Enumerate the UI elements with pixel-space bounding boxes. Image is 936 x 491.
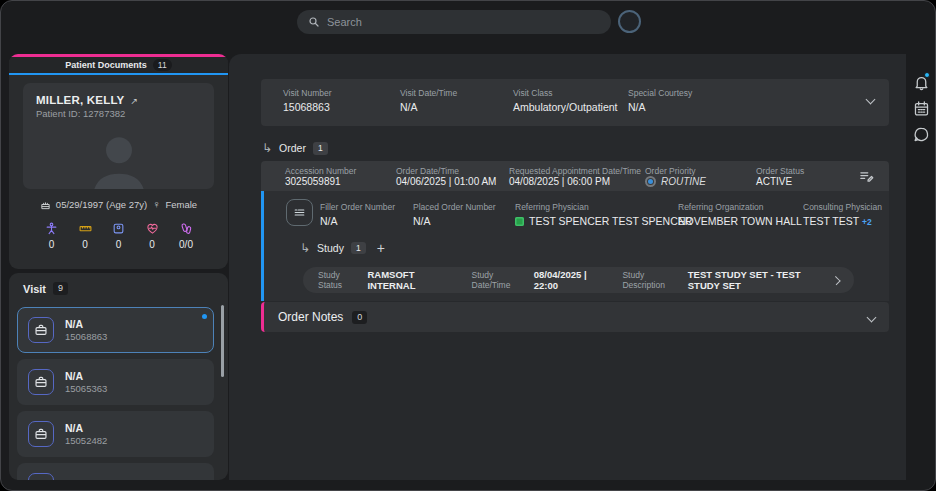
study-datetime-label: Study Date/Time (472, 270, 526, 290)
study-row[interactable]: Study Status RAMSOFT INTERNAL Study Date… (303, 267, 854, 293)
visit-list-item[interactable]: N/A (17, 463, 214, 480)
tab-label: Patient Documents (65, 60, 147, 70)
visit-item-number: 15065363 (65, 383, 107, 394)
field-value: Ambulatory/Outpatient (513, 101, 617, 113)
counter-weight[interactable]: 0 (112, 222, 125, 250)
patient-documents-count-badge: 11 (153, 59, 172, 72)
order-section-label: Order (279, 142, 306, 154)
calendar-icon[interactable] (913, 100, 930, 117)
gender-icon: ♀ (152, 198, 160, 210)
field-value: TEST TEST +2 (803, 215, 882, 227)
visit-list-item[interactable]: N/A 15052482 (17, 411, 214, 457)
order-notes-label: Order Notes (278, 310, 343, 324)
visit-list-scrollbar[interactable] (221, 305, 224, 377)
priority-dot-icon (645, 176, 656, 187)
app-window: Patient Documents 11 MILLER, KELLY ↗ Pat… (0, 0, 936, 491)
patient-gender: Female (165, 199, 197, 210)
priority-value: ROUTINE (661, 176, 706, 187)
order-document-icon[interactable] (286, 199, 313, 226)
search-bar[interactable] (297, 10, 611, 34)
corner-down-right-icon: ↳ (262, 142, 272, 154)
visit-list-panel: Visit 9 N/A 15068863 N/A 15065363 (9, 273, 228, 480)
field-value: N/A (628, 101, 692, 113)
visit-list-item[interactable]: N/A 15065363 (17, 359, 214, 405)
field-placed-order-number: Placed Order Number N/A (413, 202, 496, 227)
counter-value: 0 (116, 239, 122, 250)
visit-item-title: N/A (65, 422, 107, 434)
field-visit-datetime: Visit Date/Time N/A (400, 88, 457, 113)
patient-name: MILLER, KELLY (36, 94, 124, 106)
main-panel: Visit Number 15068863 Visit Date/Time N/… (229, 54, 906, 480)
study-datetime-value: 08/04/2025 | 22:00 (534, 269, 603, 291)
field-value: N/A (413, 215, 496, 227)
field-label: Special Courtesy (628, 88, 692, 98)
order-header-row[interactable]: Accession Number 3025059891 Order Date/T… (261, 161, 889, 191)
allergy-icon (180, 222, 193, 235)
field-consulting-physician: Consulting Physician TEST TEST +2 (803, 202, 882, 227)
open-patient-icon[interactable]: ↗ (130, 96, 138, 106)
counter-value: 0 (149, 239, 155, 250)
visit-item-title: N/A (65, 318, 107, 330)
briefcase-icon (28, 473, 54, 480)
notification-dot (924, 72, 930, 78)
birthday-cake-icon (40, 199, 51, 210)
field-label: Referring Organization (678, 202, 802, 212)
field-label: Requested Appointment Date/Time (509, 166, 641, 176)
order-notes-card[interactable]: Order Notes 0 (261, 302, 889, 332)
field-special-courtesy: Special Courtesy N/A (628, 88, 692, 113)
study-description-value: TEST STUDY SET - TEST STUDY SET (688, 269, 833, 291)
search-input[interactable] (327, 16, 600, 28)
edit-order-icon[interactable] (859, 169, 874, 184)
consulting-physician-name: TEST TEST (803, 215, 859, 227)
order-status: ACTIVE (756, 176, 792, 187)
field-label: Accession Number (285, 166, 356, 176)
patient-documents-panel: Patient Documents 11 MILLER, KELLY ↗ Pat… (9, 54, 228, 269)
order-datetime: 04/06/2025 | 01:00 AM (396, 176, 496, 187)
field-value: N/A (320, 215, 395, 227)
more-physicians-badge[interactable]: +2 (862, 217, 872, 227)
visit-summary-card[interactable]: Visit Number 15068863 Visit Date/Time N/… (261, 79, 889, 126)
chevron-down-icon[interactable] (867, 312, 877, 322)
order-section-header: ↳ Order 1 (262, 142, 328, 155)
visit-item-number: 15052482 (65, 435, 107, 446)
field-label: Order Status (756, 166, 804, 176)
visit-list-item[interactable]: N/A 15068863 (17, 307, 214, 353)
corner-down-right-icon: ↳ (300, 242, 310, 254)
visit-label: Visit (23, 283, 46, 295)
ruler-icon (79, 222, 92, 235)
body-height-icon (45, 222, 58, 235)
visit-item-title: N/A (65, 370, 107, 382)
visit-count-badge: 9 (53, 282, 68, 295)
field-value: NOVEMBER TOWN HALL (678, 215, 802, 227)
chat-icon[interactable] (913, 126, 930, 143)
study-status-value: RAMSOFT INTERNAL (367, 269, 451, 291)
order-priority: ROUTINE (645, 176, 706, 187)
counter-allergies[interactable]: 0/0 (179, 222, 193, 250)
briefcase-icon (28, 421, 54, 447)
patient-avatar-icon (80, 129, 158, 189)
counter-value: 0/0 (179, 239, 193, 250)
field-value: N/A (400, 101, 457, 113)
field-value: 15068863 (283, 101, 332, 113)
referring-physician-name: TEST SPENCER TEST SPENCER (529, 215, 692, 227)
briefcase-icon (28, 369, 54, 395)
counter-ruler[interactable]: 0 (79, 222, 92, 250)
counter-value: 0 (82, 239, 88, 250)
field-label: Visit Date/Time (400, 88, 457, 98)
field-label: Referring Physician (515, 202, 692, 212)
field-label: Placed Order Number (413, 202, 496, 212)
study-section-label: Study (317, 242, 344, 254)
add-study-button[interactable]: + (377, 241, 385, 255)
counter-body-height[interactable]: 0 (45, 222, 58, 250)
chevron-down-icon[interactable] (866, 95, 876, 105)
search-icon (308, 16, 320, 28)
unread-dot (202, 314, 207, 319)
order-count-badge: 1 (313, 142, 328, 155)
patient-summary-card[interactable]: MILLER, KELLY ↗ Patient ID: 12787382 (23, 83, 214, 189)
requested-appointment-datetime: 04/08/2025 | 06:00 PM (509, 176, 610, 187)
counter-heart-vitals[interactable]: 0 (146, 222, 159, 250)
user-avatar-ring[interactable] (618, 10, 641, 33)
field-referring-organization: Referring Organization NOVEMBER TOWN HAL… (678, 202, 802, 227)
field-label: Filler Order Number (320, 202, 395, 212)
tab-patient-documents[interactable]: Patient Documents 11 (9, 54, 228, 75)
